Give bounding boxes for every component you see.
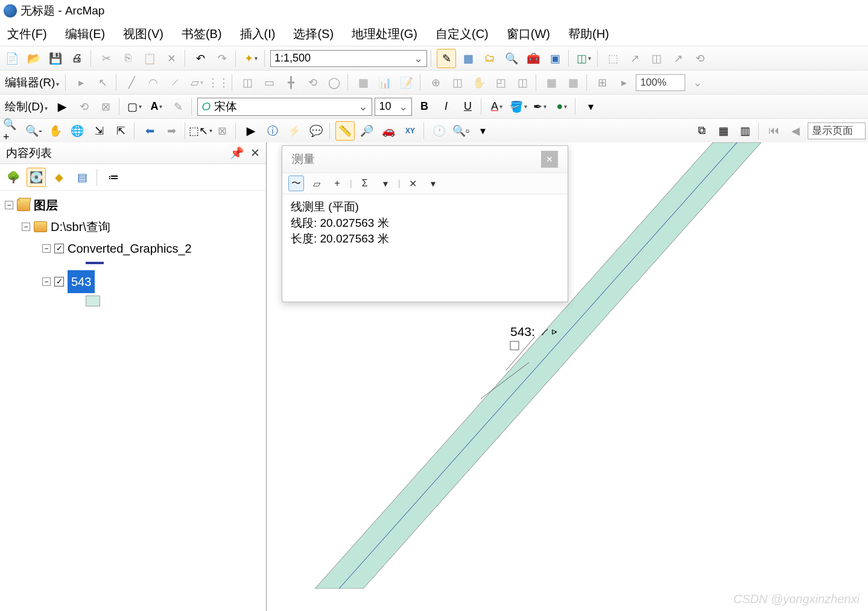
measure-line-icon[interactable]: 〜 [288,176,304,191]
tree-folder[interactable]: − D:\sbr\查询 [5,216,261,238]
collapse-icon[interactable]: − [42,244,51,253]
chevron-down-icon[interactable]: ⌄ [399,100,408,113]
identify-icon[interactable]: ⓘ [263,121,282,141]
chevron-down-icon[interactable]: ⌄ [414,52,423,65]
font-select[interactable]: O宋体⌄ [197,98,372,116]
text-tool-icon[interactable]: A [147,97,166,116]
font-style-icon: O [201,100,211,113]
collapse-icon[interactable]: − [22,223,30,231]
measure-title-bar[interactable]: 测量 ✕ [282,146,568,173]
clear-icon[interactable]: ✕ [405,176,420,191]
layout-tool3-icon[interactable]: ▥ [735,121,755,141]
pin-icon[interactable]: 📌 [230,146,244,160]
go-to-xy-icon[interactable]: XY [401,121,420,141]
menu-view[interactable]: 视图(V) [123,26,163,42]
line-color-icon[interactable]: ✒ [530,97,550,116]
tree-layer-1[interactable]: − ✓ 543 [5,270,261,293]
add-data-icon[interactable]: ✦ [241,49,261,68]
open-icon[interactable]: 📂 [24,49,43,68]
underline-icon[interactable]: U [458,97,477,116]
fixed-zoom-in-icon[interactable]: ⇲ [89,121,109,141]
measure-area-icon[interactable]: ▱ [309,176,325,191]
layer-symbol-fill[interactable] [86,296,100,306]
show-page-input[interactable]: 显示页面 [808,122,866,139]
tree-layer-0[interactable]: − ✓ Converted_Graphics_2 [5,238,261,259]
catalog-icon[interactable]: 🗂 [480,49,499,68]
menu-geoprocessing[interactable]: 地理处理(G) [352,26,417,42]
model-builder-icon[interactable]: ◫ [574,49,594,68]
editor-toolbar-icon[interactable]: ✎ [437,49,456,68]
tree-root[interactable]: − 图层 [5,194,261,216]
list-by-draworder-icon[interactable]: 🌳 [4,168,23,187]
rectangle-icon[interactable]: ▢ [125,97,144,116]
full-extent-icon[interactable]: 🌐 [68,121,87,141]
print-icon[interactable]: 🖨 [68,49,87,68]
font-size-select[interactable]: 10⌄ [375,98,412,116]
menu-insert[interactable]: 插入(I) [240,26,276,42]
chevron-down-icon[interactable]: ▾ [425,176,441,191]
time-slider-icon: 🕐 [429,121,449,141]
fixed-zoom-out-icon[interactable]: ⇱ [111,121,130,141]
pan-icon[interactable]: ✋ [46,121,65,141]
arctoolbox-icon[interactable]: 🧰 [524,49,543,68]
close-icon[interactable]: ✕ [541,151,558,168]
italic-icon[interactable]: I [436,97,455,116]
sum-icon[interactable]: Σ [357,176,373,191]
create-viewer-icon[interactable]: 🔍▫ [451,121,470,141]
layer-checkbox[interactable]: ✓ [54,244,64,253]
toc-icon[interactable]: ▦ [458,49,478,68]
list-by-selection-icon[interactable]: ▤ [72,168,92,187]
tool1-icon: ↗ [625,49,644,68]
chevron-down-icon[interactable]: ▾ [378,176,393,191]
menu-bookmarks[interactable]: 书签(B) [182,26,222,42]
select-features-icon[interactable]: ⬚↖ [191,121,210,141]
list-by-source-icon[interactable]: 💽 [27,168,46,187]
save-icon[interactable]: 💾 [46,49,65,68]
more-icon[interactable]: ▾ [581,97,600,116]
font-color-icon[interactable]: A [487,97,506,116]
undo-icon[interactable]: ↶ [191,49,210,68]
measure-window[interactable]: 测量 ✕ 〜 ▱ + | Σ ▾ | ✕ ▾ 线测里 (平面) 线段: 20.0… [282,145,568,302]
dropdown-icon[interactable]: ▾ [473,121,492,141]
point-icon: ▱ [187,73,206,92]
layout-tool1-icon[interactable]: ⧉ [692,121,711,141]
draw-menu[interactable]: 绘制(D) [2,99,50,115]
menu-window[interactable]: 窗口(W) [507,26,550,42]
menu-customize[interactable]: 自定义(C) [436,26,489,42]
marker-color-icon[interactable]: ● [552,97,571,116]
collapse-icon[interactable]: − [5,201,13,209]
new-icon[interactable]: 📄 [2,49,22,68]
folder-path: D:\sbr\查询 [51,216,110,238]
find-icon[interactable]: 🔎 [357,121,376,141]
search-icon[interactable]: 🔍 [502,49,521,68]
html-popup-icon[interactable]: 💬 [306,121,326,141]
map-view[interactable]: 543: ⟋▷ 测量 ✕ 〜 ▱ + | Σ ▾ | ✕ ▾ 线测里 (平面) … [267,142,868,611]
chevron-down-icon[interactable]: ⌄ [358,100,368,113]
python-icon[interactable]: ▣ [545,49,565,68]
separator [97,169,99,186]
layer-checkbox[interactable]: ✓ [54,277,64,287]
menu-selection[interactable]: 选择(S) [293,26,334,42]
options-icon[interactable]: ≔ [104,168,123,187]
close-icon[interactable]: ✕ [250,146,260,160]
select-icon[interactable]: ▶ [52,97,72,116]
measure-icon[interactable]: 📏 [335,121,355,141]
fill-color-icon[interactable]: 🪣 [508,97,528,116]
collapse-icon[interactable]: − [42,277,51,286]
measure-feature-icon[interactable]: + [329,176,345,191]
menu-edit[interactable]: 编辑(E) [65,26,106,42]
editor-menu[interactable]: 编辑器(R) [2,75,62,90]
menu-help[interactable]: 帮助(H) [568,26,609,42]
bold-icon[interactable]: B [414,97,434,116]
edit-tool-icon: ▸ [71,73,90,92]
menu-file[interactable]: 文件(F) [7,26,47,42]
zoom-in-icon[interactable]: 🔍+ [2,121,22,141]
find-route-icon[interactable]: 🚗 [379,121,398,141]
layout-tool2-icon[interactable]: ▦ [714,121,733,141]
scale-input[interactable]: 1:1,500⌄ [270,50,427,67]
pointer-icon[interactable]: ▶ [241,121,261,141]
list-by-visibility-icon[interactable]: ◆ [49,168,69,187]
back-extent-icon[interactable]: ⬅ [140,121,159,141]
zoom-out-icon[interactable]: 🔍- [24,121,43,141]
zoom-input[interactable]: 100% [636,74,685,91]
